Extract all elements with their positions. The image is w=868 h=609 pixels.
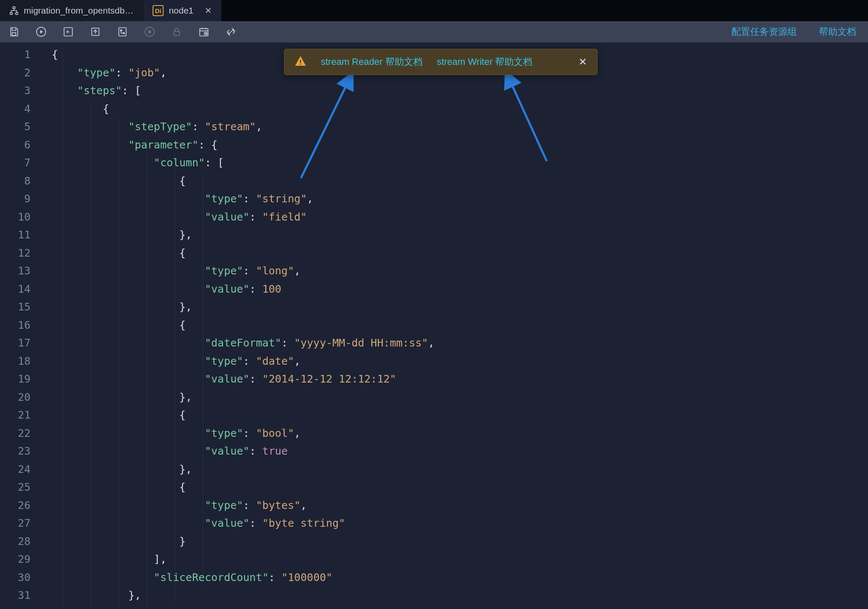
submit-button[interactable] <box>89 25 102 38</box>
warning-icon <box>295 55 306 69</box>
tab-label: migration_from_opentsdb… <box>24 6 134 16</box>
svg-rect-3 <box>12 33 16 36</box>
svg-point-15 <box>300 64 301 65</box>
lock-button <box>170 25 183 38</box>
close-tab-icon[interactable]: ✕ <box>205 6 212 16</box>
tab-node1[interactable]: Di node1 ✕ <box>143 0 221 21</box>
top-links: 配置任务资源组 帮助文档 <box>732 21 856 42</box>
run-button[interactable] <box>35 25 47 38</box>
svg-rect-12 <box>174 31 180 36</box>
tab-bar: migration_from_opentsdb… Di node1 ✕ <box>0 0 868 21</box>
run-panel-button[interactable] <box>62 25 75 38</box>
reader-help-link[interactable]: stream Reader 帮助文档 <box>321 56 423 68</box>
writer-help-link[interactable]: stream Writer 帮助文档 <box>437 56 533 68</box>
resource-group-link[interactable]: 配置任务资源组 <box>732 25 797 38</box>
help-notification-banner: stream Reader 帮助文档 stream Writer 帮助文档 ✕ <box>284 49 598 75</box>
code-area[interactable]: { "type": "job", "steps": [ { "stepType"… <box>42 42 868 609</box>
tools-button[interactable] <box>225 25 237 38</box>
help-doc-link[interactable]: 帮助文档 <box>819 25 856 38</box>
diff-button[interactable] <box>116 25 129 38</box>
tab-migration[interactable]: migration_from_opentsdb… <box>0 0 143 21</box>
save-button[interactable] <box>8 25 20 38</box>
schedule-button[interactable] <box>198 25 210 38</box>
flow-tree-icon <box>9 6 19 15</box>
di-icon: Di <box>153 5 164 16</box>
svg-rect-7 <box>119 28 126 36</box>
svg-rect-11 <box>148 31 151 34</box>
toolbar: 配置任务资源组 帮助文档 <box>0 21 868 42</box>
line-gutter: 1234567891011121314151617181920212223242… <box>0 42 42 609</box>
svg-rect-1 <box>10 13 13 15</box>
close-notification-icon[interactable]: ✕ <box>579 56 587 68</box>
stop-button <box>143 25 156 38</box>
svg-rect-0 <box>13 7 15 9</box>
svg-rect-2 <box>16 13 18 15</box>
code-editor[interactable]: 1234567891011121314151617181920212223242… <box>0 42 868 609</box>
tab-label: node1 <box>169 6 193 16</box>
